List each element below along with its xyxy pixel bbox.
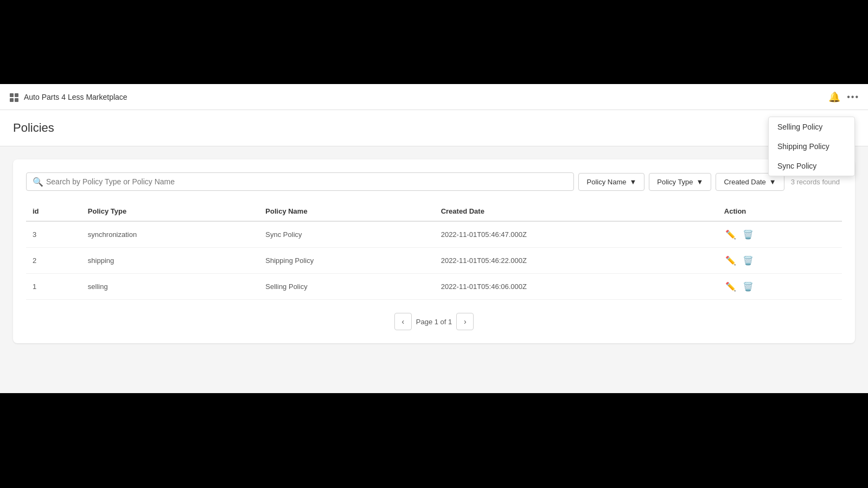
table-header: id Policy Type Policy Name Created Date … xyxy=(26,202,842,221)
search-wrapper: 🔍 xyxy=(26,172,574,191)
table-body: 3 synchronization Sync Policy 2022-11-01… xyxy=(26,221,842,300)
next-page-button[interactable]: › xyxy=(456,313,474,330)
dropdown-item[interactable]: Sync Policy xyxy=(769,156,854,176)
table-row: 1 selling Selling Policy 2022-11-01T05:4… xyxy=(26,274,842,300)
policy-type-filter-label: Policy Type xyxy=(657,178,693,186)
table-row: 3 synchronization Sync Policy 2022-11-01… xyxy=(26,221,842,248)
cell-policy-name: Shipping Policy xyxy=(259,248,434,274)
table-row: 2 shipping Shipping Policy 2022-11-01T05… xyxy=(26,248,842,274)
page-header: Policies Add Policy ▼ xyxy=(0,110,868,146)
cell-id: 1 xyxy=(26,274,81,300)
col-policy-type: Policy Type xyxy=(81,202,259,221)
svg-rect-2 xyxy=(10,98,14,102)
edit-button[interactable]: ✏️ xyxy=(724,280,737,293)
nav-left: Auto Parts 4 Less Marketplace xyxy=(9,92,127,102)
action-cell: ✏️ 🗑️ xyxy=(724,280,835,293)
nav-bar: Auto Parts 4 Less Marketplace 🔔 ••• xyxy=(0,84,868,110)
cell-created-date: 2022-11-01T05:46:06.000Z xyxy=(435,274,718,300)
dropdown-item[interactable]: Selling Policy xyxy=(769,117,854,137)
created-date-filter-label: Created Date xyxy=(724,178,765,186)
cell-action: ✏️ 🗑️ xyxy=(718,248,842,274)
cell-policy-type: synchronization xyxy=(81,221,259,248)
cell-created-date: 2022-11-01T05:46:22.000Z xyxy=(435,248,718,274)
edit-button[interactable]: ✏️ xyxy=(724,228,737,241)
policy-type-chevron-icon: ▼ xyxy=(697,178,704,186)
page-title: Policies xyxy=(13,121,54,135)
delete-button[interactable]: 🗑️ xyxy=(742,254,755,267)
action-cell: ✏️ 🗑️ xyxy=(724,254,835,267)
dropdown-item[interactable]: Shipping Policy xyxy=(769,137,854,156)
page-info: Page 1 of 1 xyxy=(416,318,452,326)
prev-page-icon: ‹ xyxy=(401,317,404,326)
pagination: ‹ Page 1 of 1 › xyxy=(26,313,842,330)
cell-id: 2 xyxy=(26,248,81,274)
cell-created-date: 2022-11-01T05:46:47.000Z xyxy=(435,221,718,248)
nav-right: 🔔 ••• xyxy=(828,91,859,103)
policy-type-filter-button[interactable]: Policy Type ▼ xyxy=(649,173,711,191)
prev-page-button[interactable]: ‹ xyxy=(394,313,412,330)
col-policy-name: Policy Name xyxy=(259,202,434,221)
content-area: 🔍 Policy Name ▼ Policy Type ▼ Created Da… xyxy=(0,146,868,356)
cell-policy-name: Sync Policy xyxy=(259,221,434,248)
policy-name-chevron-icon: ▼ xyxy=(629,178,636,186)
action-cell: ✏️ 🗑️ xyxy=(724,228,835,241)
col-action: Action xyxy=(718,202,842,221)
table-header-row: id Policy Type Policy Name Created Date … xyxy=(26,202,842,221)
cell-action: ✏️ 🗑️ xyxy=(718,274,842,300)
edit-button[interactable]: ✏️ xyxy=(724,254,737,267)
nav-logo-icon xyxy=(9,92,20,102)
cell-policy-name: Selling Policy xyxy=(259,274,434,300)
filters-row: 🔍 Policy Name ▼ Policy Type ▼ Created Da… xyxy=(26,172,842,191)
table-container: 🔍 Policy Name ▼ Policy Type ▼ Created Da… xyxy=(13,159,855,343)
policies-table: id Policy Type Policy Name Created Date … xyxy=(26,202,842,300)
cell-action: ✏️ 🗑️ xyxy=(718,221,842,248)
cell-policy-type: selling xyxy=(81,274,259,300)
cell-policy-type: shipping xyxy=(81,248,259,274)
cell-id: 3 xyxy=(26,221,81,248)
policy-name-filter-button[interactable]: Policy Name ▼ xyxy=(578,173,644,191)
delete-button[interactable]: 🗑️ xyxy=(742,228,755,241)
policy-name-filter-label: Policy Name xyxy=(586,178,626,186)
svg-rect-0 xyxy=(10,93,14,97)
search-icon: 🔍 xyxy=(33,177,43,187)
delete-button[interactable]: 🗑️ xyxy=(742,280,755,293)
svg-rect-3 xyxy=(15,98,18,102)
svg-rect-1 xyxy=(15,93,18,97)
add-policy-dropdown: Selling PolicyShipping PolicySync Policy xyxy=(768,117,855,176)
nav-app-title: Auto Parts 4 Less Marketplace xyxy=(24,93,127,101)
next-page-icon: › xyxy=(464,317,467,326)
col-created-date: Created Date xyxy=(435,202,718,221)
bell-icon[interactable]: 🔔 xyxy=(828,91,840,103)
col-id: id xyxy=(26,202,81,221)
created-date-chevron-icon: ▼ xyxy=(769,178,776,186)
search-input[interactable] xyxy=(26,172,574,191)
more-options-icon[interactable]: ••• xyxy=(847,92,859,102)
